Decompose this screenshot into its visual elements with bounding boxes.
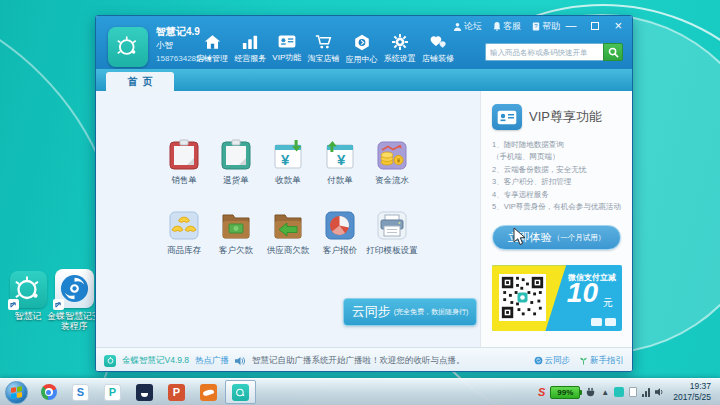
customer-quote-icon <box>322 209 358 242</box>
cloud-sync-button[interactable]: 云同步 (完全免费，数据随身行) <box>343 298 477 326</box>
titlebar-links: 论坛 客服 ? 帮助 <box>453 20 560 33</box>
tray-zhihuiji-icon[interactable] <box>614 387 624 397</box>
taskbar-app-shark[interactable] <box>193 380 224 404</box>
statusbar-cloud-sync-link[interactable]: 云同步 <box>534 355 571 367</box>
grid-item-customer-quote[interactable]: 客户报价 <box>314 209 366 257</box>
grid-label: 退货单 <box>223 175 249 187</box>
grid-item-customer-debt[interactable]: 客户欠款 <box>210 209 262 257</box>
grid-label: 收款单 <box>275 175 301 187</box>
taskbar-app-p[interactable]: P <box>97 380 128 404</box>
grid-label: 销售单 <box>171 175 197 187</box>
nav-item-taobao[interactable]: 淘宝店铺 <box>307 34 339 65</box>
tray-doc-icon[interactable] <box>629 387 637 397</box>
vip-title: VIP尊享功能 <box>529 108 602 126</box>
desktop-icon-label: 智慧记 <box>15 311 42 321</box>
speaker-icon <box>235 356 246 366</box>
taskbar-app-zhihuiji[interactable] <box>225 380 256 404</box>
support-link[interactable]: 客服 <box>493 20 521 33</box>
grid-label: 供应商欠款 <box>267 245 310 257</box>
wechat-pay-logo <box>605 318 616 326</box>
nav-label: 淘宝店铺 <box>307 53 339 64</box>
vip-feature: （手机端、网页端） <box>492 151 621 163</box>
vip-feature: 5、VIP尊贵身份，有机会参与优惠活动 <box>492 201 621 213</box>
forum-link[interactable]: 论坛 <box>453 20 482 33</box>
windows-logo-icon <box>11 386 22 399</box>
taskbar-clock[interactable]: 19:37 2017/5/25 <box>673 381 711 403</box>
tab-home[interactable]: 首页 <box>106 72 174 91</box>
cart-icon <box>315 34 332 50</box>
receipt-icon: ¥ <box>270 139 306 172</box>
grid-label: 客户欠款 <box>219 245 253 257</box>
nav-item-store-decorate[interactable]: 店铺装修 <box>422 34 454 65</box>
grid-item-cash-flow[interactable]: ¥ 资金流水 <box>366 139 418 187</box>
help-link[interactable]: ? 帮助 <box>532 20 560 33</box>
powerpoint-icon: P <box>168 384 185 401</box>
search-input[interactable] <box>485 43 603 61</box>
vip-feature: 4、专享远程服务 <box>492 189 621 201</box>
tray-expand-icon[interactable]: ▲ <box>601 388 609 397</box>
grid-item-return-order[interactable]: 退货单 <box>210 139 262 187</box>
cloud-sync-label: 云同步 <box>352 303 391 321</box>
grid-item-sales-order[interactable]: 销售单 <box>158 139 210 187</box>
grid-label: 付款单 <box>327 175 353 187</box>
nav-label: 应用中心 <box>346 54 378 65</box>
nav-item-app-center[interactable]: 应用中心 <box>346 34 378 65</box>
nav-item-vip[interactable]: VIP功能 <box>272 34 301 65</box>
promo-logos <box>591 318 616 326</box>
shortcut-arrow-icon <box>8 299 19 310</box>
minimize-button[interactable]: — <box>565 20 576 31</box>
beginner-guide-link[interactable]: 新手指引 <box>579 355 624 367</box>
statusbar-link-label: 新手指引 <box>590 355 624 367</box>
nav-label: 店铺管理 <box>196 53 228 64</box>
payment-icon: ¥ <box>322 139 358 172</box>
grid-label: 商品库存 <box>167 245 201 257</box>
search-bar <box>485 43 623 61</box>
battery-indicator[interactable]: 99% <box>550 386 580 399</box>
navy-app-icon <box>136 384 153 401</box>
maximize-button[interactable] <box>591 22 599 30</box>
main-nav: 店铺管理 经营服务 VIP功能 淘宝店铺 应用中心 系统设置 <box>196 34 454 65</box>
person-icon <box>453 22 462 31</box>
clock-date: 2017/5/25 <box>673 392 711 402</box>
svg-text:¥: ¥ <box>397 157 401 164</box>
nav-item-store-manage[interactable]: 店铺管理 <box>196 34 228 65</box>
titlebar: 智慧记4.9 小智 15876342854 ▾ 店铺管理 经营服务 VIP功能 … <box>96 16 632 69</box>
grid-label: 打印模板设置 <box>367 245 418 257</box>
taskbar-app-powerpoint[interactable]: P <box>161 380 192 404</box>
try-now-button[interactable]: 立即体验 （一个月试用） <box>492 225 621 250</box>
promo-unit: 元 <box>603 296 613 310</box>
grid-item-receipt[interactable]: ¥ 收款单 <box>262 139 314 187</box>
inventory-icon <box>166 209 202 242</box>
nav-item-business-service[interactable]: 经营服务 <box>234 34 266 65</box>
gear-icon <box>392 34 408 50</box>
statusbar-app-version: 金蝶智慧记V4.9.8 <box>122 355 189 367</box>
vip-card-icon <box>278 34 296 49</box>
statusbar-links: 云同步 新手指引 <box>534 355 625 367</box>
taskbar-app-s[interactable]: S <box>65 380 96 404</box>
desktop-icon-installer[interactable]: 金蝶智慧记安装程序 <box>46 269 102 332</box>
search-button[interactable] <box>603 43 623 61</box>
qr-code <box>499 274 546 321</box>
vip-feature: 3、客户积分、折扣管理 <box>492 176 621 188</box>
app-window: 智慧记4.9 小智 15876342854 ▾ 店铺管理 经营服务 VIP功能 … <box>95 15 633 372</box>
hot-broadcast-link[interactable]: 热点广播 <box>195 355 229 367</box>
volume-icon[interactable] <box>655 387 665 397</box>
grid-item-print-template[interactable]: 打印模板设置 <box>366 209 418 257</box>
system-tray: S 99% ▲ 19:37 2017/5/25 <box>538 381 715 403</box>
network-icon[interactable] <box>642 388 650 397</box>
sync-circle-icon <box>534 356 543 365</box>
start-button[interactable] <box>5 381 28 404</box>
vip-card-icon <box>492 104 522 130</box>
grid-item-payment[interactable]: ¥ 付款单 <box>314 139 366 187</box>
grid-item-supplier-debt[interactable]: 供应商欠款 <box>262 209 314 257</box>
close-button[interactable]: × <box>614 19 622 32</box>
nav-item-settings[interactable]: 系统设置 <box>384 34 416 65</box>
grid-item-inventory[interactable]: 商品库存 <box>158 209 210 257</box>
taskbar-app-navy[interactable] <box>129 380 160 404</box>
clock-time: 19:37 <box>690 381 711 391</box>
print-template-icon <box>374 209 410 242</box>
sales-order-icon <box>166 139 202 172</box>
taskbar-app-chrome[interactable] <box>33 380 64 404</box>
grid-label: 客户报价 <box>323 245 357 257</box>
sogou-icon[interactable]: S <box>538 386 545 398</box>
